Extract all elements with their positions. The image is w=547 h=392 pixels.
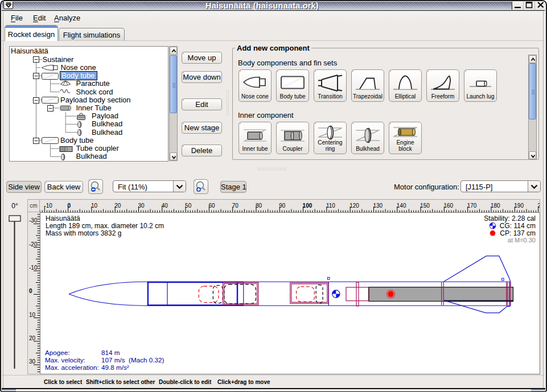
svg-text:60: 60	[208, 203, 215, 209]
svg-text:120: 120	[349, 203, 359, 209]
svg-text:-10: -10	[29, 265, 38, 271]
svg-text:107 m/s (Mach 0.32): 107 m/s (Mach 0.32)	[101, 356, 164, 364]
svg-text:10: 10	[91, 203, 98, 209]
svg-text:Length 189 cm, max. diameter 1: Length 189 cm, max. diameter 10.2 cm	[46, 222, 164, 230]
svg-text:Apogee:: Apogee:	[45, 349, 70, 356]
svg-text:50: 50	[185, 203, 192, 209]
svg-text:CP: 137 cm: CP: 137 cm	[500, 229, 536, 237]
svg-text:49.8 m/s²: 49.8 m/s²	[101, 364, 129, 371]
svg-text:30: 30	[29, 358, 36, 365]
svg-text:100: 100	[303, 203, 312, 209]
svg-text:110: 110	[326, 203, 335, 209]
svg-text:0: 0	[29, 288, 32, 294]
svg-text:160: 160	[443, 203, 453, 209]
svg-text:814 m: 814 m	[101, 349, 120, 356]
svg-text:140: 140	[397, 203, 406, 209]
svg-text:80: 80	[256, 203, 262, 209]
svg-text:-30: -30	[29, 217, 38, 224]
svg-text:-10: -10	[44, 203, 52, 209]
svg-text:Max. velocity:: Max. velocity:	[45, 356, 85, 364]
svg-text:CG: 114 cm: CG: 114 cm	[500, 222, 536, 230]
svg-text:Haisunäätä: Haisunäätä	[46, 214, 80, 222]
svg-text:190: 190	[514, 203, 524, 209]
svg-text:Stability: 2.28 cal: Stability: 2.28 cal	[484, 214, 536, 222]
svg-text:150: 150	[420, 203, 430, 209]
svg-text:-20: -20	[29, 241, 38, 247]
svg-text:Max. acceleration:: Max. acceleration:	[45, 364, 99, 371]
svg-text:20: 20	[29, 335, 36, 341]
svg-text:at M=0.30: at M=0.30	[508, 237, 536, 244]
svg-text:70: 70	[232, 203, 239, 209]
svg-text:90: 90	[279, 203, 286, 209]
svg-text:20: 20	[114, 203, 121, 209]
svg-text:40: 40	[162, 203, 168, 209]
svg-text:Mass with motors 3832 g: Mass with motors 3832 g	[46, 229, 121, 237]
svg-text:180: 180	[491, 203, 500, 209]
svg-text:130: 130	[373, 203, 383, 209]
svg-text:30: 30	[138, 203, 145, 209]
svg-text:10: 10	[29, 312, 36, 318]
svg-text:170: 170	[467, 203, 477, 209]
